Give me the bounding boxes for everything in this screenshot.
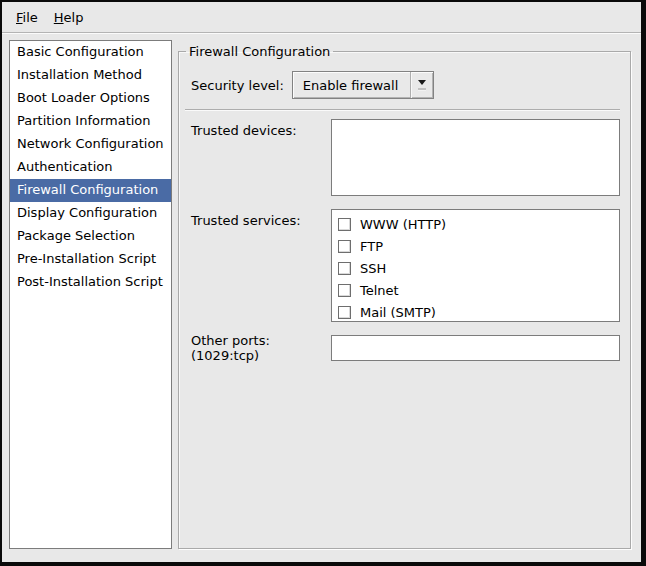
other-ports-input[interactable]: [331, 335, 620, 361]
security-level-dropdown[interactable]: Enable firewall: [292, 71, 434, 99]
trusted-devices-label: Trusted devices:: [185, 119, 331, 138]
sidebar-item-authentication[interactable]: Authentication: [10, 156, 171, 179]
kickstart-configurator-window: File Help Basic Configuration Installati…: [0, 0, 646, 566]
other-ports-label: Other ports: (1029:tcp): [185, 333, 331, 363]
service-label: WWW (HTTP): [360, 217, 446, 232]
sidebar-item-pre-installation-script[interactable]: Pre-Installation Script: [10, 248, 171, 271]
trusted-services-list: WWW (HTTP) FTP SSH Telnet: [331, 209, 620, 322]
checkbox-mail-smtp[interactable]: [338, 306, 351, 319]
panel-separator: [185, 109, 620, 111]
service-label: SSH: [360, 261, 386, 276]
sidebar-item-basic-configuration[interactable]: Basic Configuration: [10, 41, 171, 64]
trusted-services-label: Trusted services:: [185, 209, 331, 228]
service-option-www-http[interactable]: WWW (HTTP): [338, 213, 619, 235]
checkbox-ssh[interactable]: [338, 262, 351, 275]
menu-help[interactable]: Help: [46, 6, 92, 29]
menu-file[interactable]: File: [8, 6, 46, 29]
main-area: Basic Configuration Installation Method …: [2, 34, 641, 562]
sidebar-item-package-selection[interactable]: Package Selection: [10, 225, 171, 248]
service-option-telnet[interactable]: Telnet: [338, 279, 619, 301]
trusted-devices-list[interactable]: [331, 119, 620, 196]
service-label: Telnet: [360, 283, 399, 298]
checkbox-www-http[interactable]: [338, 218, 351, 231]
sidebar-item-post-installation-script[interactable]: Post-Installation Script: [10, 271, 171, 294]
security-level-label: Security level:: [185, 78, 284, 93]
security-level-value: Enable firewall: [293, 78, 410, 93]
firewall-configuration-frame: Firewall Configuration Security level: E…: [178, 44, 631, 549]
service-label: FTP: [360, 239, 383, 254]
sidebar-item-network-configuration[interactable]: Network Configuration: [10, 133, 171, 156]
checkbox-telnet[interactable]: [338, 284, 351, 297]
dropdown-arrow-icon: [410, 72, 433, 98]
sidebar-item-boot-loader-options[interactable]: Boot Loader Options: [10, 87, 171, 110]
trusted-devices-row: Trusted devices:: [185, 119, 622, 196]
sidebar-item-installation-method[interactable]: Installation Method: [10, 64, 171, 87]
sidebar-item-display-configuration[interactable]: Display Configuration: [10, 202, 171, 225]
service-label: Mail (SMTP): [360, 305, 436, 320]
security-level-row: Security level: Enable firewall: [185, 71, 622, 99]
sidebar-item-partition-information[interactable]: Partition Information: [10, 110, 171, 133]
service-option-ftp[interactable]: FTP: [338, 235, 619, 257]
frame-title: Firewall Configuration: [186, 44, 333, 59]
service-option-ssh[interactable]: SSH: [338, 257, 619, 279]
trusted-services-row: Trusted services: WWW (HTTP) FTP: [185, 209, 622, 322]
service-option-mail-smtp[interactable]: Mail (SMTP): [338, 301, 619, 323]
other-ports-row: Other ports: (1029:tcp): [185, 333, 622, 363]
checkbox-ftp[interactable]: [338, 240, 351, 253]
menubar: File Help: [2, 2, 641, 32]
sidebar-item-firewall-configuration[interactable]: Firewall Configuration: [10, 179, 171, 202]
section-list: Basic Configuration Installation Method …: [9, 40, 172, 549]
